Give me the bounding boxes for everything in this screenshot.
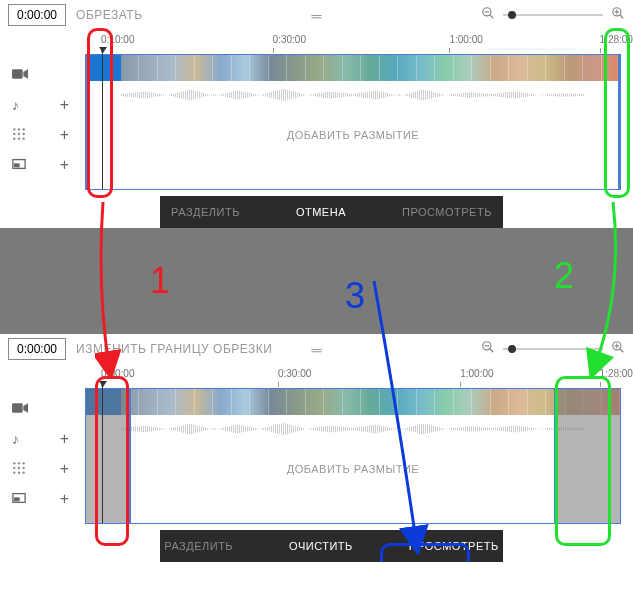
- ruler-mark: 1:28:00: [600, 368, 633, 379]
- svg-point-35: [23, 471, 25, 473]
- add-card-icon[interactable]: +: [60, 156, 69, 174]
- zoom-in-icon[interactable]: [611, 340, 625, 358]
- svg-point-14: [13, 137, 15, 139]
- trim-handle-right[interactable]: [612, 55, 620, 189]
- ruler-mark: 1:00:00: [460, 368, 493, 379]
- svg-point-32: [23, 466, 25, 468]
- add-audio-icon[interactable]: +: [60, 430, 69, 448]
- add-blur-icon[interactable]: +: [60, 460, 69, 478]
- cancel-button[interactable]: ОТМЕНА: [288, 202, 354, 222]
- svg-line-23: [620, 349, 624, 353]
- video-track-icon: [12, 67, 28, 83]
- drag-handle-icon[interactable]: ═: [312, 342, 322, 358]
- panel-title: ОБРЕЗАТЬ: [76, 8, 142, 22]
- blur-track-icon: [12, 127, 26, 144]
- add-audio-icon[interactable]: +: [60, 96, 69, 114]
- card-track[interactable]: [86, 161, 620, 189]
- svg-point-34: [18, 471, 20, 473]
- svg-point-16: [23, 137, 25, 139]
- card-track[interactable]: [86, 495, 620, 523]
- track-sidebar: ♪ + + +: [0, 30, 85, 190]
- time-display: 0:00:00: [8, 4, 66, 26]
- svg-line-1: [490, 15, 494, 19]
- card-track-icon: [12, 491, 26, 507]
- timeline[interactable]: 0:00:00 0:30:00 1:00:00 1:28:00 ДОБАВИТЬ…: [85, 364, 633, 524]
- zoom-slider[interactable]: [503, 14, 603, 16]
- svg-point-15: [18, 137, 20, 139]
- svg-point-31: [18, 466, 20, 468]
- svg-point-11: [13, 132, 15, 134]
- audio-track[interactable]: [86, 415, 620, 443]
- svg-point-8: [13, 128, 15, 130]
- zoom-out-icon[interactable]: [481, 6, 495, 24]
- action-bar: РАЗДЕЛИТЬ ОЧИСТИТЬ ПРОСМОТРЕТЬ: [160, 530, 503, 562]
- trim-handle-right[interactable]: [548, 389, 556, 523]
- preview-button[interactable]: ПРОСМОТРЕТЬ: [401, 536, 507, 556]
- panel-title: ИЗМЕНИТЬ ГРАНИЦУ ОБРЕЗКИ: [76, 342, 272, 356]
- video-thumbnails: [121, 55, 620, 81]
- blur-track[interactable]: ДОБАВИТЬ РАЗМЫТИЕ: [86, 109, 620, 161]
- svg-point-13: [23, 132, 25, 134]
- trim-handle-left[interactable]: [86, 55, 94, 189]
- svg-rect-7: [12, 69, 23, 78]
- split-button[interactable]: РАЗДЕЛИТЬ: [156, 536, 241, 556]
- add-card-icon[interactable]: +: [60, 490, 69, 508]
- blur-track-icon: [12, 461, 26, 478]
- panel-edit-trim: 0:00:00 ИЗМЕНИТЬ ГРАНИЦУ ОБРЕЗКИ ═ ♪ +: [0, 334, 633, 562]
- panel-trim: 0:00:00 ОБРЕЗАТЬ ═ ♪ +: [0, 0, 633, 228]
- action-bar: РАЗДЕЛИТЬ ОТМЕНА ПРОСМОТРЕТЬ: [160, 196, 503, 228]
- ruler-mark: 1:00:00: [449, 34, 482, 45]
- trim-handle-left[interactable]: [129, 389, 137, 523]
- svg-point-30: [13, 466, 15, 468]
- blur-track[interactable]: ДОБАВИТЬ РАЗМЫТИЕ: [86, 443, 620, 495]
- svg-line-20: [490, 349, 494, 353]
- ruler-mark: 0:30:00: [278, 368, 311, 379]
- clear-button[interactable]: ОЧИСТИТЬ: [281, 536, 361, 556]
- time-ruler: 0:00:00 0:30:00 1:00:00 1:28:00: [85, 364, 621, 388]
- video-track-icon: [12, 401, 28, 417]
- svg-point-28: [18, 462, 20, 464]
- svg-rect-37: [15, 498, 19, 501]
- svg-rect-18: [15, 164, 19, 167]
- video-thumbnails: [121, 389, 620, 415]
- ruler-mark: 0:00:00: [101, 368, 134, 379]
- svg-point-12: [18, 132, 20, 134]
- svg-point-27: [13, 462, 15, 464]
- track-sidebar: ♪ + + +: [0, 364, 85, 524]
- playhead[interactable]: [102, 381, 103, 523]
- svg-line-4: [620, 15, 624, 19]
- svg-point-9: [18, 128, 20, 130]
- separator-band: [0, 228, 633, 334]
- video-track[interactable]: [86, 389, 620, 415]
- ruler-mark: 0:30:00: [273, 34, 306, 45]
- split-button[interactable]: РАЗДЕЛИТЬ: [163, 202, 248, 222]
- playhead[interactable]: [102, 47, 103, 189]
- ruler-mark: 1:28:00: [600, 34, 633, 45]
- audio-track-icon: ♪: [12, 431, 19, 447]
- svg-point-29: [23, 462, 25, 464]
- svg-point-33: [13, 471, 15, 473]
- time-ruler: 0:10:00 0:30:00 1:00:00 1:28:00: [85, 30, 621, 54]
- svg-rect-26: [12, 403, 23, 412]
- preview-button[interactable]: ПРОСМОТРЕТЬ: [394, 202, 500, 222]
- zoom-slider[interactable]: [503, 348, 603, 350]
- timeline[interactable]: 0:10:00 0:30:00 1:00:00 1:28:00 ДОБАВИТЬ…: [85, 30, 633, 190]
- drag-handle-icon[interactable]: ═: [312, 8, 322, 24]
- video-track[interactable]: [86, 55, 620, 81]
- svg-point-10: [23, 128, 25, 130]
- audio-track[interactable]: [86, 81, 620, 109]
- zoom-in-icon[interactable]: [611, 6, 625, 24]
- add-blur-icon[interactable]: +: [60, 126, 69, 144]
- time-display: 0:00:00: [8, 338, 66, 360]
- ruler-mark: 0:10:00: [101, 34, 134, 45]
- audio-track-icon: ♪: [12, 97, 19, 113]
- zoom-out-icon[interactable]: [481, 340, 495, 358]
- card-track-icon: [12, 157, 26, 173]
